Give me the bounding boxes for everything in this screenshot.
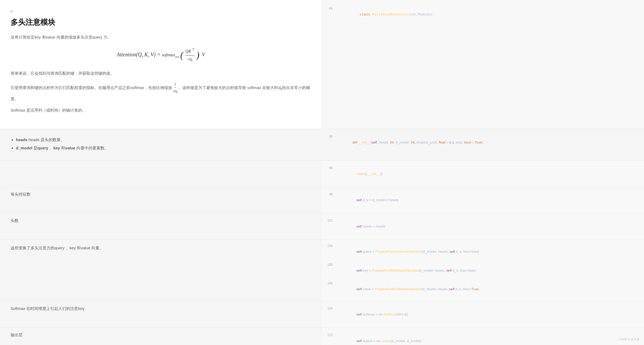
label-output: 输出层 bbox=[11, 331, 23, 338]
formula-block: Attention(Q, K, V) = softmaxseq ( QK⊤ √d… bbox=[11, 47, 311, 63]
line-content-69: class MultiHeadAttention(nn.Module): bbox=[337, 6, 644, 23]
code-line-104: 104 self.query = PrepareForMultiHeadAtte… bbox=[322, 242, 644, 261]
code-line-101: 101 self.heads = heads bbox=[322, 217, 644, 236]
bullet-dmodel: d_model 是query 、key 和value 向量中的要素数。 bbox=[16, 145, 108, 152]
heads-section: 头数 101 self.heads = heads bbox=[0, 213, 644, 239]
intro-text: 这将计算给定key 和value 向量的缩放多头注意query 力。 bbox=[11, 34, 311, 41]
bullets-section: heads heads 是头的数量。 d_model 是query 、key 和… bbox=[0, 129, 644, 161]
para2: 它使用查询和键的点积作为它们匹配程度的指标。在服用点产品之前softmax，先按… bbox=[11, 81, 311, 102]
softmax-section: Softmax 在时间维度上引起人们的注意key 109 self.softma… bbox=[0, 301, 644, 327]
label-heads: 头数 bbox=[11, 217, 19, 224]
code-line-112: 112 self.output = nn.Linear(d_model, d_m… bbox=[322, 331, 644, 345]
features-section: 每头特征数 99 self.d_k = d_model // heads bbox=[0, 187, 644, 213]
bullet-list: heads heads 是头的数量。 d_model 是query 、key 和… bbox=[16, 136, 108, 153]
code-line-69: 69 class MultiHeadAttention(nn.Module): bbox=[322, 5, 644, 24]
code-line-105: 105 self.key = PrepareForMultiHeadAttent… bbox=[322, 261, 644, 280]
super-section: 96 super().__init__() bbox=[0, 161, 644, 187]
line-num-69: 69 bbox=[322, 6, 337, 11]
para3: Softmax 是沿序列（或时间）的轴计算的。 bbox=[11, 107, 311, 114]
code-line-106: 106 self.value = PrepareForMultiHeadAtte… bbox=[322, 280, 644, 298]
output-section: 输出层 112 self.output = nn.Linear(d_model,… bbox=[0, 327, 644, 345]
label-features: 每头特征数 bbox=[11, 191, 31, 198]
code-line-96: 96 super().__init__() bbox=[322, 165, 644, 183]
watermark: CSDN © 佐乐多 bbox=[619, 337, 640, 342]
hash-symbol: # bbox=[11, 9, 311, 15]
transforms-section: 这些变换了多头注意力的query 、key 和value 向量。 104 sel… bbox=[0, 239, 644, 301]
bullet-heads: heads heads 是头的数量。 bbox=[16, 136, 108, 143]
label-transforms: 这些变换了多头注意力的query 、key 和value 向量。 bbox=[11, 245, 103, 251]
label-softmax: Softmax 在时间维度上引起人们的注意key bbox=[11, 305, 84, 312]
code-line-99: 99 self.d_k = d_model // heads bbox=[322, 191, 644, 209]
para1: 简单来说，它会找到与查询匹配的键，并获取这些键的值。 bbox=[11, 70, 311, 77]
code-line-109: 109 self.softmax = nn.Softmax(dim=1) bbox=[322, 305, 644, 324]
code-line-90: 90 def __init__(self, heads: int, d_mode… bbox=[322, 133, 644, 152]
page-title: 多头注意模块 bbox=[11, 16, 311, 29]
